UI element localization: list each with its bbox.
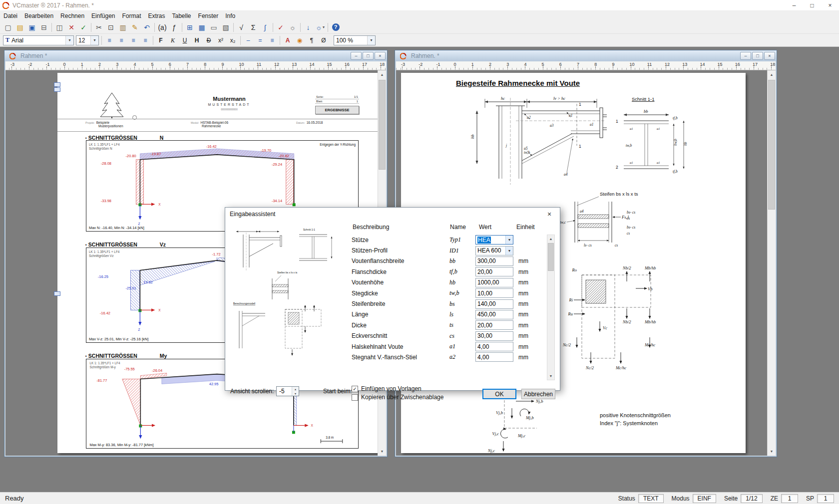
scrollbar-thumb[interactable] <box>768 80 775 210</box>
margin-marker-icon[interactable] <box>54 87 60 92</box>
scrollbar-thumb[interactable] <box>379 80 386 170</box>
checkbox-einfuegen-von-vorlagen[interactable]: ✓ Einfügen von Vorlagen <box>352 385 421 392</box>
menu-item-format[interactable]: Format <box>118 11 144 20</box>
menu-item-tabelle[interactable]: Tabelle <box>169 11 195 20</box>
scrollbar-thumb[interactable] <box>548 243 554 271</box>
toolbar-underline-button[interactable]: U <box>179 35 191 46</box>
menu-item-datei[interactable]: Datei <box>0 11 21 20</box>
toolbar-spell-check-button[interactable]: ✓ <box>77 22 89 33</box>
parameter-value-input[interactable]: 30,00 <box>475 331 513 341</box>
toolbar-open-button[interactable]: ▤ <box>14 22 26 33</box>
toolbar-print-button[interactable]: ⊟ <box>38 22 50 33</box>
toolbar-font-color-button[interactable]: A <box>282 35 294 46</box>
toolbar-undo-button[interactable]: ↶ <box>141 22 153 33</box>
margin-marker-icon[interactable] <box>54 291 60 296</box>
parameter-value-input[interactable]: 450,00 <box>475 310 513 319</box>
toolbar-bold-button[interactable]: F <box>155 35 167 46</box>
toolbar-align-left-button[interactable]: ≡ <box>103 35 115 46</box>
menu-item-fenster[interactable]: Fenster <box>195 11 222 20</box>
toolbar-paragraph-marks-button[interactable]: ¶ <box>306 35 318 46</box>
toolbar-bookmark-button[interactable]: ◉ <box>294 35 306 46</box>
chevron-down-icon[interactable]: ▾ <box>505 247 513 255</box>
vertical-scrollbar[interactable]: ▲ ▼ <box>767 70 776 456</box>
toolbar-paste-button[interactable]: ▥ <box>117 22 129 33</box>
parameter-value-dropdown[interactable]: HEA▾ <box>475 235 513 245</box>
menu-item-info[interactable]: Info <box>222 11 239 20</box>
toolbar-insert-autotext-button[interactable]: (a) <box>156 22 168 33</box>
menu-item-bearbeiten[interactable]: Bearbeiten <box>21 11 57 20</box>
parameter-value-input[interactable]: 140,00 <box>475 299 513 309</box>
zoom-select[interactable]: 100 % ▾ <box>334 35 376 45</box>
toolbar-hidden-text-button[interactable]: Ø <box>318 35 330 46</box>
close-icon[interactable]: × <box>539 208 560 221</box>
toolbar-align-center-button[interactable]: ≡ <box>115 35 127 46</box>
dialog-titlebar[interactable]: Eingabeassistent × <box>225 208 560 221</box>
toolbar-format-painter-button[interactable]: ✎ <box>129 22 141 33</box>
toolbar-line-spacing-2-button[interactable]: ≡ <box>266 35 278 46</box>
checkbox-unchecked-icon[interactable] <box>352 394 358 401</box>
abbrechen-button[interactable]: Abbrechen <box>521 389 555 399</box>
toolbar-text-frame-button[interactable]: ▭ <box>208 22 220 33</box>
toolbar-calculator-button[interactable]: √ <box>235 22 247 33</box>
toolbar-insert-image-button[interactable]: ▧ <box>220 22 232 33</box>
parameter-value-input[interactable]: 4,00 <box>475 352 513 362</box>
toolbar-save-button[interactable]: ▣ <box>26 22 38 33</box>
ok-button[interactable]: OK <box>482 389 516 399</box>
toolbar-insert-table-button[interactable]: ⊞ <box>184 22 196 33</box>
close-button[interactable]: × <box>764 52 775 60</box>
toolbar-close-document-button[interactable]: ✕ <box>65 22 77 33</box>
parameter-value-input[interactable]: 20,00 <box>475 320 513 330</box>
scroll-up-icon[interactable]: ▲ <box>547 235 554 243</box>
stepper-up-icon[interactable]: ▴ <box>292 387 299 391</box>
toolbar-cut-button[interactable]: ✂ <box>93 22 105 33</box>
toolbar-sum-formula-button[interactable]: Σ <box>247 22 259 33</box>
chevron-down-icon[interactable]: ▾ <box>90 36 98 45</box>
minimize-button[interactable]: – <box>785 0 803 10</box>
parameter-value-input[interactable]: 10,00 <box>475 288 513 298</box>
maximize-button[interactable]: □ <box>803 0 821 10</box>
toolbar-line-spacing-15-button[interactable]: = <box>254 35 266 46</box>
toolbar-line-spacing-1-button[interactable]: – <box>242 35 254 46</box>
font-family-select[interactable]: T Arial ▾ <box>3 35 74 45</box>
chevron-down-icon[interactable]: ▾ <box>367 36 375 45</box>
scroll-up-icon[interactable]: ▲ <box>378 70 386 79</box>
parameter-value-input[interactable]: 20,00 <box>475 267 513 276</box>
close-button[interactable]: × <box>821 0 839 10</box>
chevron-down-icon[interactable]: ▾ <box>65 36 73 45</box>
toolbar-download-template-button[interactable]: ↓ <box>302 22 314 33</box>
toolbar-table-grid-button[interactable]: ▦ <box>196 22 208 33</box>
scroll-view-stepper[interactable]: -5 ▴ ▾ <box>276 386 299 396</box>
child-window-titlebar[interactable]: Rahmen * – □ × <box>4 50 387 61</box>
toolbar-tools-button[interactable]: ☼ <box>287 22 299 33</box>
toolbar-help-button[interactable]: ? <box>330 22 342 33</box>
minimize-button[interactable]: – <box>740 52 751 60</box>
toolbar-check-document-button[interactable]: ✓ <box>275 22 287 33</box>
toolbar-highlight-button[interactable]: H <box>191 35 203 46</box>
checkbox-checked-icon[interactable]: ✓ <box>352 386 358 392</box>
minimize-button[interactable]: – <box>351 52 362 60</box>
toolbar-align-justify-button[interactable]: ≡ <box>139 35 151 46</box>
child-window-titlebar[interactable]: Rahmen. * – □ × <box>395 50 777 61</box>
restore-button[interactable]: □ <box>363 52 374 60</box>
toolbar-copy-button[interactable]: ⊡ <box>105 22 117 33</box>
checkbox-kopieren-zwischenablage[interactable]: Kopieren über Zwischenablage <box>352 394 443 401</box>
chevron-down-icon[interactable]: ▾ <box>505 236 513 244</box>
font-size-select[interactable]: 12 ▾ <box>76 35 99 45</box>
toolbar-new-document-button[interactable]: ▢ <box>2 22 14 33</box>
toolbar-insert-field-button[interactable]: ƒ <box>168 22 180 33</box>
scroll-down-icon[interactable]: ▼ <box>378 447 386 456</box>
menu-item-extras[interactable]: Extras <box>145 11 169 20</box>
margin-marker-icon[interactable] <box>54 82 60 87</box>
toolbar-align-right-button[interactable]: ≡ <box>127 35 139 46</box>
menu-item-rechnen[interactable]: Rechnen <box>57 11 88 20</box>
parameter-value-dropdown[interactable]: HEA 600▾ <box>475 246 513 255</box>
toolbar-print-preview-button[interactable]: ◫ <box>53 22 65 33</box>
toolbar-formula-editor-button[interactable]: ∫ <box>259 22 271 33</box>
close-button[interactable]: × <box>375 52 386 60</box>
toolbar-superscript-button[interactable]: x² <box>215 35 227 46</box>
scroll-down-icon[interactable]: ▼ <box>768 447 776 456</box>
toolbar-italic-button[interactable]: K <box>167 35 179 46</box>
parameter-value-input[interactable]: 4,00 <box>475 342 513 351</box>
dialog-scrollbar[interactable]: ▲ ▼ <box>547 235 555 380</box>
stepper-down-icon[interactable]: ▾ <box>292 391 299 396</box>
